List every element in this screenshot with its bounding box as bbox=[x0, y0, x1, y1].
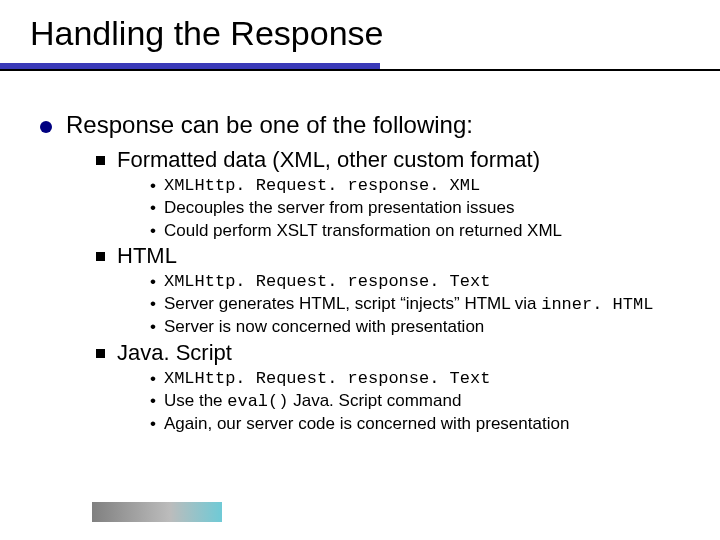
bullet-level3: • Server generates HTML, script “injects… bbox=[150, 293, 690, 315]
level3-text: Use the eval() Java. Script command bbox=[164, 390, 461, 412]
level3-text: Decouples the server from presentation i… bbox=[164, 197, 515, 218]
code-text: XMLHttp. Request. response. XML bbox=[164, 175, 480, 196]
bullet-level2: Java. Script bbox=[96, 340, 690, 366]
dot-bullet-icon: • bbox=[150, 316, 156, 337]
text-fragment: Use the bbox=[164, 391, 227, 410]
bullet-level3: • XMLHttp. Request. response. Text bbox=[150, 368, 690, 389]
code-text: eval() bbox=[227, 392, 288, 411]
bullet-level1: Response can be one of the following: bbox=[40, 111, 690, 139]
bullet-level2: HTML bbox=[96, 243, 690, 269]
square-bullet-icon bbox=[96, 349, 105, 358]
dot-bullet-icon: • bbox=[150, 197, 156, 218]
bullet-level3: • Use the eval() Java. Script command bbox=[150, 390, 690, 412]
code-text: XMLHttp. Request. response. Text bbox=[164, 368, 490, 389]
dot-bullet-icon: • bbox=[150, 220, 156, 241]
text-fragment: Server generates HTML, script “injects” … bbox=[164, 294, 541, 313]
level2-text: Java. Script bbox=[117, 340, 232, 366]
dot-bullet-icon: • bbox=[150, 390, 156, 411]
level2-text: HTML bbox=[117, 243, 177, 269]
text-fragment: Java. Script command bbox=[288, 391, 461, 410]
square-bullet-icon bbox=[96, 156, 105, 165]
level3-text: Server is now concerned with presentatio… bbox=[164, 316, 484, 337]
slide-title: Handling the Response bbox=[0, 0, 720, 53]
level1-text: Response can be one of the following: bbox=[66, 111, 473, 139]
dot-bullet-icon: • bbox=[150, 413, 156, 434]
divider-line bbox=[0, 69, 720, 71]
level3-text: Again, our server code is concerned with… bbox=[164, 413, 569, 434]
bullet-level3: • Decouples the server from presentation… bbox=[150, 197, 690, 218]
slide-body: Response can be one of the following: Fo… bbox=[0, 71, 720, 434]
dot-bullet-icon: • bbox=[150, 368, 156, 389]
dot-bullet-icon: • bbox=[150, 271, 156, 292]
dot-bullet-icon: • bbox=[150, 175, 156, 196]
bullet-level3: • Again, our server code is concerned wi… bbox=[150, 413, 690, 434]
level2-text: Formatted data (XML, other custom format… bbox=[117, 147, 540, 173]
code-text: XMLHttp. Request. response. Text bbox=[164, 271, 490, 292]
footer-accent-bar bbox=[92, 502, 222, 522]
dot-bullet-icon: • bbox=[150, 293, 156, 314]
code-text: inner. HTML bbox=[541, 295, 653, 314]
bullet-level3: • XMLHttp. Request. response. Text bbox=[150, 271, 690, 292]
circle-bullet-icon bbox=[40, 121, 52, 133]
level3-text: Server generates HTML, script “injects” … bbox=[164, 293, 653, 315]
bullet-level3: • Server is now concerned with presentat… bbox=[150, 316, 690, 337]
title-divider bbox=[0, 63, 720, 71]
square-bullet-icon bbox=[96, 252, 105, 261]
bullet-level3: • XMLHttp. Request. response. XML bbox=[150, 175, 690, 196]
bullet-level3: • Could perform XSLT transformation on r… bbox=[150, 220, 690, 241]
bullet-level2: Formatted data (XML, other custom format… bbox=[96, 147, 690, 173]
level3-text: Could perform XSLT transformation on ret… bbox=[164, 220, 562, 241]
